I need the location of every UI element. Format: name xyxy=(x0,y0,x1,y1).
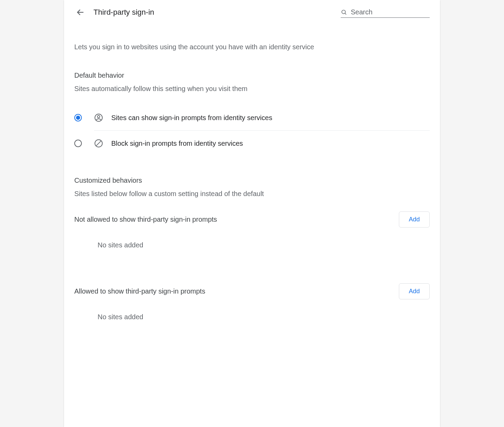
not-allowed-empty: No sites added xyxy=(98,241,430,249)
default-behavior-options: Sites can show sign-in prompts from iden… xyxy=(74,105,430,156)
arrow-left-icon xyxy=(76,8,85,17)
not-allowed-row: Not allowed to show third-party sign-in … xyxy=(74,211,430,228)
search-field[interactable] xyxy=(341,7,430,18)
radio-selected xyxy=(74,114,82,121)
option-label: Block sign-in prompts from identity serv… xyxy=(111,140,243,147)
default-behavior-heading: Default behavior xyxy=(74,72,430,79)
customized-heading: Customized behaviors xyxy=(74,177,430,184)
radio-unselected xyxy=(74,140,82,147)
not-allowed-section: Not allowed to show third-party sign-in … xyxy=(74,211,430,249)
option-allow-signin[interactable]: Sites can show sign-in prompts from iden… xyxy=(74,105,430,130)
default-behavior-sub: Sites automatically follow this setting … xyxy=(74,85,430,93)
search-input[interactable] xyxy=(351,8,430,16)
add-not-allowed-button[interactable]: Add xyxy=(399,211,430,228)
header: Third-party sign-in xyxy=(64,0,440,18)
svg-point-1 xyxy=(342,10,345,14)
settings-page: Third-party sign-in Lets you sign in to … xyxy=(64,0,440,427)
svg-line-2 xyxy=(345,13,346,14)
allowed-row: Allowed to show third-party sign-in prom… xyxy=(74,283,430,299)
search-icon xyxy=(341,9,348,16)
back-button[interactable] xyxy=(74,6,87,18)
content: Lets you sign in to websites using the a… xyxy=(64,18,440,331)
allowed-empty: No sites added xyxy=(98,313,430,321)
intro-text: Lets you sign in to websites using the a… xyxy=(74,43,430,51)
option-label: Sites can show sign-in prompts from iden… xyxy=(111,114,272,122)
block-icon xyxy=(94,139,103,148)
add-allowed-button[interactable]: Add xyxy=(399,283,430,299)
svg-point-4 xyxy=(98,116,100,118)
not-allowed-label: Not allowed to show third-party sign-in … xyxy=(74,216,217,223)
option-block-signin[interactable]: Block sign-in prompts from identity serv… xyxy=(74,130,430,156)
allowed-label: Allowed to show third-party sign-in prom… xyxy=(74,287,205,295)
svg-line-6 xyxy=(96,141,101,146)
page-title: Third-party sign-in xyxy=(93,8,154,17)
allowed-section: Allowed to show third-party sign-in prom… xyxy=(74,283,430,321)
customized-sub: Sites listed below follow a custom setti… xyxy=(74,190,430,198)
account-circle-icon xyxy=(94,113,103,122)
